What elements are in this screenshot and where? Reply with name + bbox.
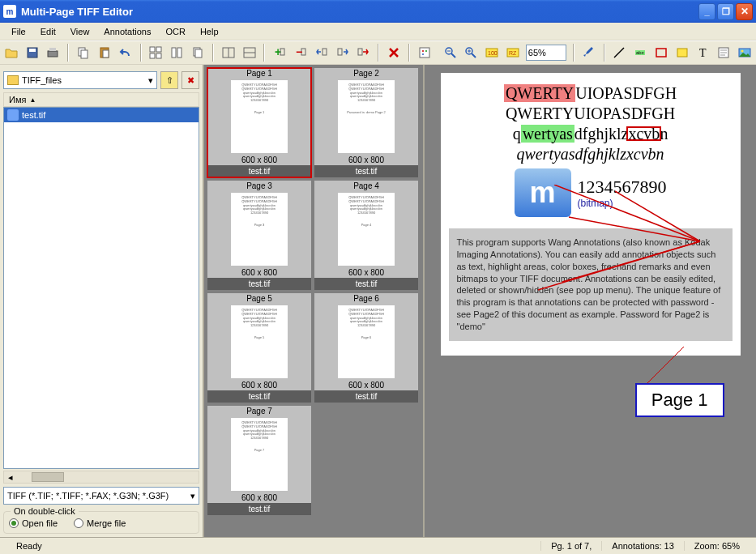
doc-line-italic: qwertyasdfghjklzxcvbn xyxy=(441,145,741,164)
thumbnails-button[interactable] xyxy=(148,43,164,62)
move-right-button[interactable] xyxy=(335,43,351,62)
svg-point-29 xyxy=(425,50,427,52)
split-h-button[interactable] xyxy=(220,43,237,62)
svg-rect-10 xyxy=(150,53,155,58)
folder-select[interactable]: TIFF_files ▾ xyxy=(3,71,157,89)
menu-view[interactable]: View xyxy=(64,25,96,38)
save-button[interactable] xyxy=(24,43,41,62)
thumb-title: Page 7 xyxy=(207,406,311,416)
thumb-dimensions: 600 x 800 xyxy=(314,380,418,390)
minimize-button[interactable]: _ xyxy=(698,3,715,20)
properties-button[interactable] xyxy=(416,43,433,62)
thumbnail-page-4[interactable]: Page 4QWERTYUIOPASDFGHQWERTYUIOPASDFGHqw… xyxy=(314,181,418,290)
thumbnail-page-3[interactable]: Page 3QWERTYUIOPASDFGHQWERTYUIOPASDFGHqw… xyxy=(207,181,311,290)
thumbnail-page-1[interactable]: Page 1QWERTYUIOPASDFGHQWERTYUIOPASDFGHqw… xyxy=(207,68,311,177)
highlight-green[interactable]: wertyas xyxy=(521,125,574,143)
thumb-filename: test.tif xyxy=(207,278,311,290)
thumb-preview: QWERTYUIOPASDFGHQWERTYUIOPASDFGHqwertyas… xyxy=(338,80,395,153)
up-folder-button[interactable]: ⇧ xyxy=(160,71,178,89)
h-scrollbar[interactable]: ◂ xyxy=(3,471,199,484)
zoom-fit-button[interactable]: RZ xyxy=(505,43,521,62)
zoom-100-button[interactable]: 100 xyxy=(484,43,500,62)
menu-annotations[interactable]: Annotations xyxy=(97,25,157,38)
pages-multi-button[interactable] xyxy=(169,43,185,62)
remove-page-button[interactable]: − xyxy=(293,43,309,62)
pages-stack-button[interactable] xyxy=(190,43,206,62)
image-tool[interactable] xyxy=(737,43,753,62)
svg-rect-1 xyxy=(29,49,36,52)
rect-fill-tool[interactable] xyxy=(674,43,690,62)
status-annotations: Annotations: 13 xyxy=(601,541,683,551)
cancel-folder-button[interactable]: ✖ xyxy=(182,71,199,89)
rect-outline-tool[interactable] xyxy=(653,43,669,62)
menu-ocr[interactable]: OCR xyxy=(159,25,191,38)
text-tool[interactable]: T xyxy=(695,43,711,62)
svg-rect-45 xyxy=(656,49,666,57)
pen-tool[interactable] xyxy=(581,43,597,62)
menu-edit[interactable]: Edit xyxy=(34,25,62,38)
maximize-button[interactable]: ❐ xyxy=(717,3,734,20)
filetype-filter[interactable]: TIFF (*.TIF; *.TIFF; *.FAX; *.G3N; *.G3F… xyxy=(3,487,199,505)
svg-rect-3 xyxy=(49,48,56,51)
paste-button[interactable] xyxy=(96,43,113,62)
zoom-out-button[interactable] xyxy=(442,43,459,62)
bitmap-annotation[interactable]: m xyxy=(515,168,571,217)
double-click-group: On double-click Open file Merge file xyxy=(3,511,199,534)
highlight-red[interactable]: QWERTY xyxy=(504,84,575,102)
thumbnail-page-7[interactable]: Page 7QWERTYUIOPASDFGHQWERTYUIOPASDFGHqw… xyxy=(207,406,311,515)
menu-file[interactable]: File xyxy=(5,25,32,38)
file-row[interactable]: test.tif xyxy=(4,108,199,122)
open-file-radio[interactable]: Open file xyxy=(9,518,58,528)
page-number-annotation[interactable]: Page 1 xyxy=(635,383,724,417)
svg-line-42 xyxy=(614,48,624,58)
thumbnail-page-5[interactable]: Page 5QWERTYUIOPASDFGHQWERTYUIOPASDFGHqw… xyxy=(207,293,311,403)
window-title: Multi-Page TIFF Editor xyxy=(21,6,698,18)
note-tool[interactable] xyxy=(715,43,732,62)
svg-rect-24 xyxy=(322,49,327,55)
thumb-title: Page 4 xyxy=(314,181,418,191)
open-button[interactable] xyxy=(3,43,19,62)
undo-button[interactable] xyxy=(117,43,134,62)
thumb-preview: QWERTYUIOPASDFGHQWERTYUIOPASDFGHqwertyas… xyxy=(338,193,395,266)
thumbnail-page-2[interactable]: Page 2QWERTYUIOPASDFGHQWERTYUIOPASDFGHqw… xyxy=(314,68,418,177)
thumb-dimensions: 600 x 800 xyxy=(314,155,418,165)
svg-text:RZ: RZ xyxy=(509,50,517,56)
copy-button[interactable] xyxy=(75,43,92,62)
bitmap-label: (bitmap) xyxy=(578,198,667,209)
statusbar: Ready Pg. 1 of 7, Annotations: 13 Zoom: … xyxy=(0,537,756,554)
group-legend: On double-click xyxy=(11,506,79,516)
thumb-dimensions: 600 x 800 xyxy=(207,380,311,390)
thumb-preview: QWERTYUIOPASDFGHQWERTYUIOPASDFGHqwertyas… xyxy=(231,80,288,153)
thumb-dimensions: 600 x 800 xyxy=(207,492,311,503)
zoom-input[interactable] xyxy=(526,45,566,61)
strike-annotation[interactable]: xcvb xyxy=(628,125,660,143)
thumbnail-page-6[interactable]: Page 6QWERTYUIOPASDFGHQWERTYUIOPASDFGHqw… xyxy=(314,293,418,403)
move-left-button[interactable] xyxy=(314,43,330,62)
export-page-button[interactable] xyxy=(355,43,371,62)
svg-rect-26 xyxy=(358,49,362,55)
annotation-text-box[interactable]: This program supports Wang Annotations (… xyxy=(449,228,733,341)
merge-file-radio[interactable]: Merge file xyxy=(74,518,126,528)
zoom-in-button[interactable] xyxy=(463,43,480,62)
thumb-preview: QWERTYUIOPASDFGHQWERTYUIOPASDFGHqwertyas… xyxy=(231,193,288,266)
svg-text:−: − xyxy=(296,46,302,58)
scanner-button[interactable] xyxy=(45,43,62,62)
svg-text:100: 100 xyxy=(488,50,498,56)
thumb-filename: test.tif xyxy=(314,390,418,403)
close-button[interactable]: ✕ xyxy=(736,3,753,20)
highlight-tool[interactable]: abc xyxy=(632,43,648,62)
split-v-button[interactable] xyxy=(241,43,258,62)
add-page-button[interactable]: + xyxy=(271,43,288,62)
thumbnails-pane[interactable]: Page 1QWERTYUIOPASDFGHQWERTYUIOPASDFGHqw… xyxy=(204,65,425,537)
svg-rect-8 xyxy=(150,47,155,52)
delete-button[interactable] xyxy=(386,43,402,62)
viewer-pane[interactable]: QWERTYUIOPASDFGH QWERTYUIOPASDFGH qwerty… xyxy=(425,65,756,537)
file-list-header[interactable]: Имя▲ xyxy=(3,92,199,107)
svg-line-35 xyxy=(472,53,476,58)
line-tool[interactable] xyxy=(612,43,628,62)
svg-line-32 xyxy=(451,53,455,58)
menu-help[interactable]: Help xyxy=(194,25,225,38)
file-list[interactable]: test.tif xyxy=(3,107,199,469)
svg-rect-11 xyxy=(156,53,161,58)
main-toolbar: + − 100 RZ abc T xyxy=(0,40,756,65)
